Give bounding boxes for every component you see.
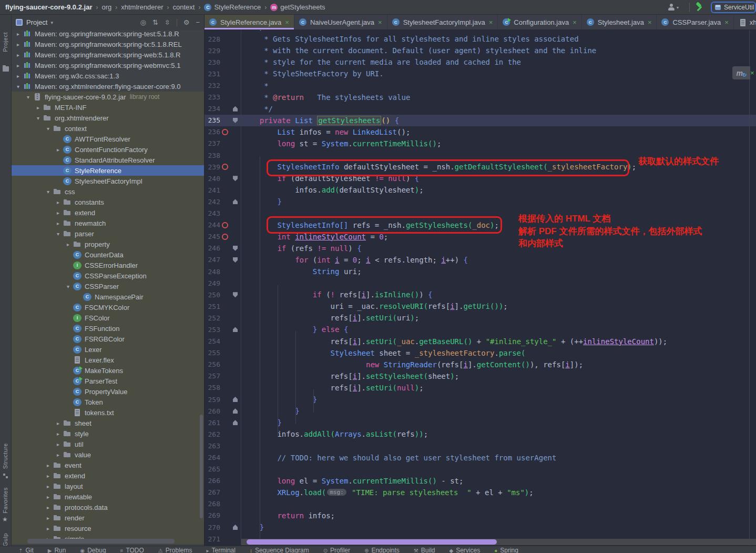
fold-close-icon[interactable] <box>230 327 241 332</box>
tree-item-maven-org-springframework-spring-web-5-1-8-r[interactable]: ▸Maven: org.springframework:spring-web:5… <box>12 49 204 60</box>
tree-item-maketokens[interactable]: CMakeTokens <box>12 365 204 376</box>
statusbar-item-endpoints[interactable]: ⊕Endpoints <box>364 547 400 553</box>
code-line-252[interactable]: 252 refs[i].setUri(uri); <box>205 312 756 324</box>
tree-item-awtfontresolver[interactable]: CAWTFontResolver <box>12 134 204 144</box>
statusbar-item-build[interactable]: ⚒Build <box>414 547 435 553</box>
tree-item-flying-saucer-core-9-0-2-jar[interactable]: ▾flying-saucer-core-9.0.2.jarlibrary roo… <box>12 92 204 102</box>
tree-item-css[interactable]: ▾css <box>12 186 204 197</box>
chevron-right-icon[interactable]: ▸ <box>35 105 42 110</box>
tool-button-project[interactable]: Project <box>2 32 8 52</box>
tree-item-newmatch[interactable]: ▸newmatch <box>12 218 204 228</box>
gutter-marker-icon[interactable] <box>220 164 230 170</box>
code-line-259[interactable]: 259 } <box>205 394 756 405</box>
statusbar-item-terminal[interactable]: ▸Terminal <box>207 547 236 553</box>
tree-item-contentfunctionfactory[interactable]: ▸CContentFunctionFactory <box>12 144 204 155</box>
tree-item-parsertest[interactable]: CParserTest <box>12 376 204 386</box>
run-configuration-selector[interactable]: ServiceUtil <box>711 2 756 13</box>
chevron-right-icon[interactable]: ▸ <box>45 484 52 489</box>
close-icon[interactable]: × <box>648 18 652 26</box>
code-line-233[interactable]: 233 * @return The stylesheets value <box>205 92 756 103</box>
code-line-268[interactable]: 268 <box>205 498 756 510</box>
fold-close-icon[interactable] <box>230 199 241 204</box>
chevron-down-icon[interactable]: ▾ <box>15 84 22 89</box>
chevron-right-icon[interactable]: ▸ <box>55 441 62 447</box>
editor-horizontal-scrollbar[interactable] <box>247 539 497 545</box>
chevron-right-icon[interactable]: ▸ <box>45 494 52 500</box>
code-line-228[interactable]: 228 * Gets StylesheetInfos for all style… <box>205 33 756 45</box>
chevron-right-icon[interactable]: ▸ <box>45 515 52 521</box>
tab-stylesheet-java[interactable]: CStylesheet.java× <box>582 15 657 29</box>
code-line-254[interactable]: 254 refs[i].setUri(_uac.getBaseURL() + "… <box>205 336 756 347</box>
code-line-260[interactable]: 260 } <box>205 405 756 417</box>
chevron-right-icon[interactable]: ▸ <box>15 42 22 47</box>
code-line-266[interactable]: 266 long el = System.currentTimeMillis()… <box>205 475 756 487</box>
user-icon[interactable] <box>668 4 675 11</box>
tree-item-util[interactable]: ▸util <box>12 439 204 449</box>
locate-icon[interactable]: ◎ <box>140 18 146 26</box>
statusbar-item-todo[interactable]: ≡TODO <box>120 547 144 553</box>
chevron-right-icon[interactable]: ▸ <box>55 452 62 458</box>
tree-item-stylereference[interactable]: CStyleReference <box>12 165 204 176</box>
statusbar-item-sequence-diagram[interactable]: ↕Sequence Diagram <box>250 547 309 553</box>
code-line-263[interactable]: 263 <box>205 440 756 451</box>
chevron-right-icon[interactable]: ▸ <box>45 462 52 468</box>
chevron-down-icon[interactable]: ▾ <box>45 189 52 195</box>
code-line-255[interactable]: 255 Stylesheet sheet = _stylesheetFactor… <box>205 347 756 359</box>
chevron-right-icon[interactable]: ▸ <box>55 147 62 153</box>
statusbar-item-debug[interactable]: ◉Debug <box>80 547 106 553</box>
code-line-262[interactable]: 262 infos.addAll(Arrays.asList(refs)); <box>205 428 756 440</box>
annotation-widget-close-icon[interactable]: × <box>750 66 756 79</box>
tree-item-counterdata[interactable]: CCounterData <box>12 249 204 260</box>
code-line-232[interactable]: 232 * <box>205 79 756 91</box>
tree-item-maven-org-springframework-spring-tx-5-1-8-rel[interactable]: ▸Maven: org.springframework:spring-tx:5.… <box>12 39 204 49</box>
tree-item-extend[interactable]: ▸extend <box>12 207 204 218</box>
chevron-right-icon[interactable]: ▸ <box>55 431 62 437</box>
breadcrumb-item[interactable]: CStyleReference <box>204 3 261 11</box>
tree-item-meta-inf[interactable]: ▸META-INF <box>12 102 204 113</box>
tree-item-maven-org-springframework-spring-test-5-1-8-r[interactable]: ▸Maven: org.springframework:spring-test:… <box>12 28 204 39</box>
chevron-down-icon[interactable]: ▾ <box>50 20 53 25</box>
tab-configuration-java[interactable]: CConfiguration.java× <box>498 15 581 29</box>
tree-item-lexer-flex[interactable]: Lexer.flex <box>12 355 204 365</box>
code-line-236[interactable]: 236 List infos = new LinkedList(); <box>205 126 756 138</box>
breadcrumb-item[interactable]: xhtmlrenderer <box>121 3 163 11</box>
fold-open-icon[interactable] <box>230 246 241 251</box>
tree-item-token[interactable]: CToken <box>12 397 204 407</box>
code-line-264[interactable]: 264 // TODO: here we should also get use… <box>205 451 756 463</box>
expand-all-icon[interactable]: ⇅ <box>152 18 158 26</box>
breadcrumb-item[interactable]: org <box>101 3 111 11</box>
code-line-258[interactable]: 258 refs[i].setUri(null); <box>205 382 756 394</box>
tree-item-fsrgbcolor[interactable]: CFSRGBColor <box>12 334 204 344</box>
tree-item-fscolor[interactable]: IFSColor <box>12 313 204 323</box>
tree-item-render[interactable]: ▸render <box>12 512 204 523</box>
chevron-right-icon[interactable]: ▸ <box>45 505 52 510</box>
tree-item-csserrorhandler[interactable]: ICSSErrorHandler <box>12 260 204 270</box>
fold-close-icon[interactable] <box>230 420 241 425</box>
code-line-234[interactable]: 234 */ <box>205 103 756 115</box>
chevron-right-icon[interactable]: ▸ <box>15 31 22 37</box>
tree-item-parser[interactable]: ▾parser <box>12 228 204 239</box>
chevron-right-icon[interactable]: ▸ <box>65 242 71 247</box>
code-line-257[interactable]: 257 refs[i].setStylesheet(sheet); <box>205 370 756 382</box>
tree-item-org-xhtmlrenderer[interactable]: ▾org.xhtmlrenderer <box>12 113 204 123</box>
chevron-right-icon[interactable]: ▸ <box>55 199 62 205</box>
tree-item-cssparser[interactable]: ▾CCSSParser <box>12 281 204 291</box>
tree-item-extend[interactable]: ▸extend <box>12 470 204 481</box>
chevron-down-icon[interactable]: ▾ <box>65 284 71 289</box>
tree-item-maven-org-xhtmlrenderer-flying-saucer-core-9-0[interactable]: ▾Maven: org.xhtmlrenderer:flying-saucer-… <box>12 81 204 92</box>
tree-item-fsfunction[interactable]: CFSFunction <box>12 323 204 334</box>
tree-item-maven-org-w3c-css-sac-1-3[interactable]: ▸Maven: org.w3c.css:sac:1.3 <box>12 71 204 81</box>
code-line-241[interactable]: 241 infos.add(defaultStylesheet); <box>205 184 756 196</box>
close-icon[interactable]: × <box>285 18 289 26</box>
close-icon[interactable]: × <box>573 18 577 26</box>
tab-naiveuseragent-java[interactable]: CNaiveUserAgent.java× <box>294 15 387 29</box>
chevron-right-icon[interactable]: ▸ <box>15 63 22 68</box>
tree-item-property[interactable]: ▸property <box>12 239 204 249</box>
fold-open-icon[interactable] <box>230 257 241 263</box>
code-editor[interactable]: 227 /**228 * Gets StylesheetInfos for al… <box>205 30 756 546</box>
statusbar-item-profiler[interactable]: ⊙Profiler <box>323 547 350 553</box>
tab-cssparser-java[interactable]: CCSSParser.java× <box>657 15 733 29</box>
chevron-right-icon[interactable]: ▸ <box>15 73 22 79</box>
statusbar-item-problems[interactable]: ⚠Problems <box>158 547 192 553</box>
tree-item-maven-org-springframework-spring-webmvc-5-1[interactable]: ▸Maven: org.springframework:spring-webmv… <box>12 60 204 71</box>
